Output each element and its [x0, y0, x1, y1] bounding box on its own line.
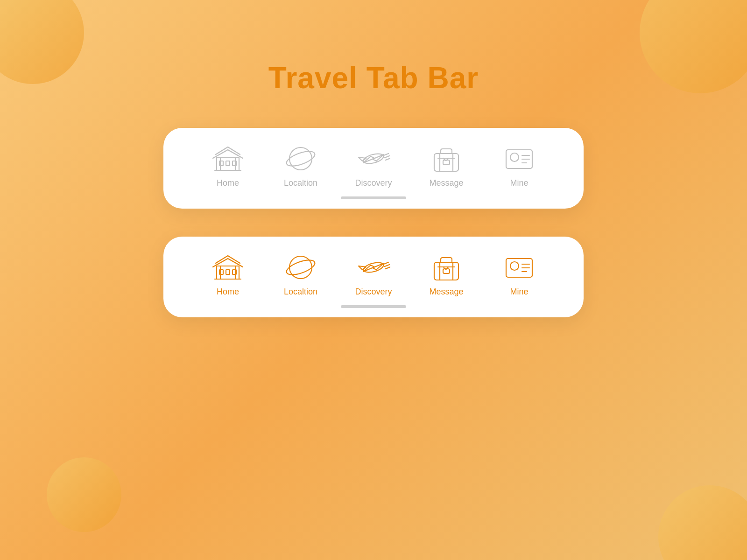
tab-label-home-inactive: Home: [217, 178, 239, 188]
tab-label-home-active: Home: [217, 287, 239, 297]
svg-marker-12: [359, 157, 366, 161]
svg-line-13: [384, 154, 388, 155]
home-icon: [209, 142, 247, 175]
tab-label-message-inactive: Message: [429, 178, 463, 188]
decorative-circle-bottom-right: [658, 485, 747, 560]
svg-line-15: [386, 158, 390, 160]
page-title: Travel Tab Bar: [0, 0, 747, 95]
tab-item-mine-inactive[interactable]: Mine: [483, 142, 556, 188]
inactive-tab-bar-items: Home Localtion: [191, 142, 556, 188]
svg-point-20: [510, 153, 519, 161]
location-icon: [282, 142, 319, 175]
svg-point-32: [285, 257, 317, 277]
mine-icon: [500, 142, 538, 175]
active-tab-bar: Home Localtion: [163, 237, 584, 317]
tab-item-location-active[interactable]: Localtion: [264, 251, 337, 297]
svg-line-14: [385, 156, 389, 158]
decorative-circle-bottom-left: [47, 457, 121, 532]
svg-line-38: [385, 265, 389, 266]
tab-indicator-inactive: [341, 196, 406, 199]
tab-label-discovery-active: Discovery: [355, 287, 392, 297]
tab-item-discovery-active[interactable]: Discovery: [337, 251, 410, 297]
discovery-icon: [355, 142, 392, 175]
svg-line-39: [386, 267, 390, 269]
tab-label-mine-inactive: Mine: [510, 178, 528, 188]
tab-label-discovery-inactive: Discovery: [355, 178, 392, 188]
svg-point-44: [510, 262, 519, 270]
home-active-icon: [209, 251, 247, 283]
tab-label-message-active: Message: [429, 287, 463, 297]
location-active-icon: [282, 251, 319, 283]
tab-item-mine-active[interactable]: Mine: [483, 251, 556, 297]
mine-active-icon: [500, 251, 538, 283]
svg-rect-16: [434, 154, 458, 171]
tab-item-home-active[interactable]: Home: [191, 251, 264, 297]
tab-label-mine-active: Mine: [510, 287, 528, 297]
tab-indicator-active: [341, 305, 406, 308]
tab-label-location-active: Localtion: [284, 287, 317, 297]
svg-rect-26: [226, 270, 230, 274]
tab-item-home-inactive[interactable]: Home: [191, 142, 264, 188]
discovery-active-icon: [355, 251, 392, 283]
tab-item-message-inactive[interactable]: Message: [410, 142, 483, 188]
svg-rect-2: [226, 161, 230, 166]
tab-item-message-active[interactable]: Message: [410, 251, 483, 297]
svg-line-37: [384, 262, 388, 264]
tab-item-location-inactive[interactable]: Localtion: [264, 142, 337, 188]
tab-bars-container: Home Localtion: [0, 128, 747, 317]
svg-point-8: [285, 148, 317, 168]
message-active-icon: [428, 251, 465, 283]
svg-marker-36: [359, 266, 366, 270]
svg-rect-40: [434, 262, 458, 280]
active-tab-bar-items: Home Localtion: [191, 251, 556, 297]
message-icon: [428, 142, 465, 175]
inactive-tab-bar: Home Localtion: [163, 128, 584, 209]
tab-item-discovery-inactive[interactable]: Discovery: [337, 142, 410, 188]
tab-label-location-inactive: Localtion: [284, 178, 317, 188]
